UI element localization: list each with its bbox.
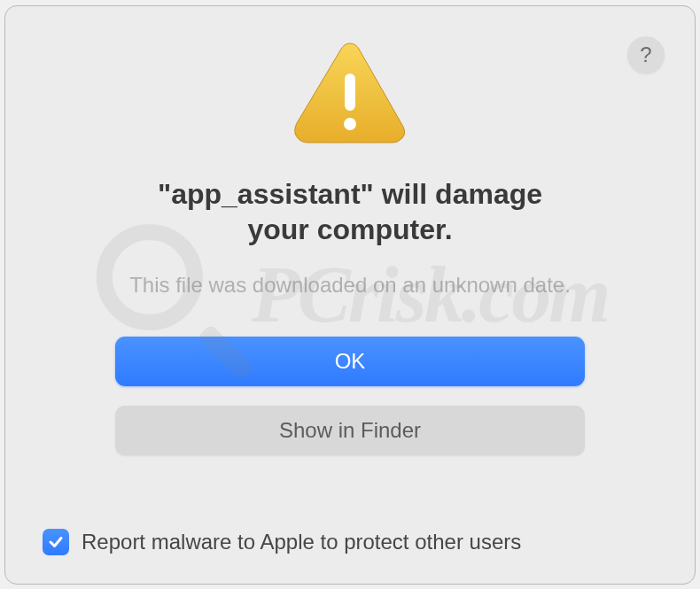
title-line-2: your computer. xyxy=(247,213,452,245)
warning-icon xyxy=(292,40,408,150)
dialog-subtitle: This file was downloaded on an unknown d… xyxy=(129,273,571,298)
report-malware-label: Report malware to Apple to protect other… xyxy=(82,530,521,554)
help-icon: ? xyxy=(640,43,651,67)
show-in-finder-label: Show in Finder xyxy=(279,418,421,443)
dialog-title: "app_assistant" will damage your compute… xyxy=(158,176,542,249)
svg-rect-0 xyxy=(345,74,355,111)
title-line-1: "app_assistant" will damage xyxy=(158,178,542,210)
report-malware-checkbox-row[interactable]: Report malware to Apple to protect other… xyxy=(43,529,521,555)
ok-button-label: OK xyxy=(335,349,366,374)
checkmark-icon xyxy=(47,533,65,551)
show-in-finder-button[interactable]: Show in Finder xyxy=(115,406,585,455)
gatekeeper-warning-dialog: PCrisk.com ? "app_assistant" will damage… xyxy=(4,5,696,585)
help-button[interactable]: ? xyxy=(627,36,665,74)
ok-button[interactable]: OK xyxy=(115,337,585,386)
report-malware-checkbox[interactable] xyxy=(43,529,69,555)
svg-point-1 xyxy=(344,118,356,130)
